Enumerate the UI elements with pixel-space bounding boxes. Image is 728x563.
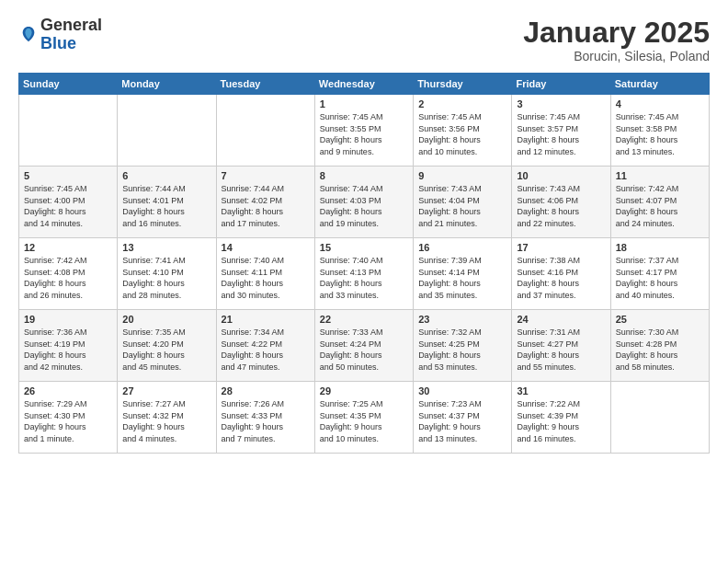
header-monday: Monday xyxy=(118,74,216,95)
day-number: 23 xyxy=(418,314,506,325)
day-number: 15 xyxy=(320,242,408,253)
table-row: 10Sunrise: 7:43 AM Sunset: 4:06 PM Dayli… xyxy=(512,167,610,238)
day-number: 26 xyxy=(24,385,112,396)
day-info: Sunrise: 7:38 AM Sunset: 4:16 PM Dayligh… xyxy=(517,255,605,301)
table-row xyxy=(118,95,216,167)
day-info: Sunrise: 7:39 AM Sunset: 4:14 PM Dayligh… xyxy=(418,255,506,301)
day-info: Sunrise: 7:36 AM Sunset: 4:19 PM Dayligh… xyxy=(24,327,112,373)
calendar-week-row: 1Sunrise: 7:45 AM Sunset: 3:55 PM Daylig… xyxy=(19,95,710,167)
day-info: Sunrise: 7:43 AM Sunset: 4:06 PM Dayligh… xyxy=(517,183,605,229)
logo-blue-text: Blue xyxy=(40,34,76,52)
table-row: 22Sunrise: 7:33 AM Sunset: 4:24 PM Dayli… xyxy=(314,310,413,382)
calendar-week-row: 12Sunrise: 7:42 AM Sunset: 4:08 PM Dayli… xyxy=(19,238,710,310)
day-info: Sunrise: 7:37 AM Sunset: 4:17 PM Dayligh… xyxy=(616,255,704,301)
day-info: Sunrise: 7:44 AM Sunset: 4:02 PM Dayligh… xyxy=(222,183,310,229)
table-row: 23Sunrise: 7:32 AM Sunset: 4:25 PM Dayli… xyxy=(414,310,512,382)
title-block: January 2025 Borucin, Silesia, Poland xyxy=(523,17,710,63)
table-row: 27Sunrise: 7:27 AM Sunset: 4:32 PM Dayli… xyxy=(118,382,216,454)
day-number: 10 xyxy=(517,170,605,181)
logo-general-text: General xyxy=(40,16,102,34)
table-row: 2Sunrise: 7:45 AM Sunset: 3:56 PM Daylig… xyxy=(414,95,512,167)
day-number: 13 xyxy=(122,242,210,253)
day-info: Sunrise: 7:29 AM Sunset: 4:30 PM Dayligh… xyxy=(24,398,112,444)
calendar-title: January 2025 xyxy=(523,17,710,49)
day-info: Sunrise: 7:41 AM Sunset: 4:10 PM Dayligh… xyxy=(122,255,210,301)
table-row: 11Sunrise: 7:42 AM Sunset: 4:07 PM Dayli… xyxy=(610,167,709,238)
calendar-table: Sunday Monday Tuesday Wednesday Thursday… xyxy=(18,73,710,454)
day-info: Sunrise: 7:42 AM Sunset: 4:08 PM Dayligh… xyxy=(24,255,112,301)
table-row: 21Sunrise: 7:34 AM Sunset: 4:22 PM Dayli… xyxy=(216,310,314,382)
header-sunday: Sunday xyxy=(19,74,118,95)
day-number: 17 xyxy=(517,242,605,253)
header-friday: Friday xyxy=(512,74,610,95)
calendar-week-row: 19Sunrise: 7:36 AM Sunset: 4:19 PM Dayli… xyxy=(19,310,710,382)
header: General Blue January 2025 Borucin, Siles… xyxy=(18,17,710,63)
day-info: Sunrise: 7:25 AM Sunset: 4:35 PM Dayligh… xyxy=(320,398,408,444)
table-row: 30Sunrise: 7:23 AM Sunset: 4:37 PM Dayli… xyxy=(414,382,512,454)
table-row xyxy=(216,95,314,167)
day-number: 14 xyxy=(222,242,310,253)
table-row: 31Sunrise: 7:22 AM Sunset: 4:39 PM Dayli… xyxy=(512,382,610,454)
day-info: Sunrise: 7:30 AM Sunset: 4:28 PM Dayligh… xyxy=(616,327,704,373)
day-number: 6 xyxy=(122,170,210,181)
header-thursday: Thursday xyxy=(414,74,512,95)
table-row: 26Sunrise: 7:29 AM Sunset: 4:30 PM Dayli… xyxy=(19,382,118,454)
day-number: 1 xyxy=(320,98,408,109)
day-number: 22 xyxy=(320,314,408,325)
day-info: Sunrise: 7:43 AM Sunset: 4:04 PM Dayligh… xyxy=(418,183,506,229)
day-number: 20 xyxy=(122,314,210,325)
day-info: Sunrise: 7:44 AM Sunset: 4:03 PM Dayligh… xyxy=(320,183,408,229)
day-info: Sunrise: 7:27 AM Sunset: 4:32 PM Dayligh… xyxy=(122,398,210,444)
day-number: 28 xyxy=(222,385,310,396)
day-info: Sunrise: 7:40 AM Sunset: 4:13 PM Dayligh… xyxy=(320,255,408,301)
day-info: Sunrise: 7:45 AM Sunset: 3:56 PM Dayligh… xyxy=(418,111,506,157)
day-info: Sunrise: 7:33 AM Sunset: 4:24 PM Dayligh… xyxy=(320,327,408,373)
table-row: 6Sunrise: 7:44 AM Sunset: 4:01 PM Daylig… xyxy=(118,167,216,238)
table-row: 5Sunrise: 7:45 AM Sunset: 4:00 PM Daylig… xyxy=(19,167,118,238)
table-row: 3Sunrise: 7:45 AM Sunset: 3:57 PM Daylig… xyxy=(512,95,610,167)
day-number: 24 xyxy=(517,314,605,325)
day-info: Sunrise: 7:35 AM Sunset: 4:20 PM Dayligh… xyxy=(122,327,210,373)
calendar-week-row: 26Sunrise: 7:29 AM Sunset: 4:30 PM Dayli… xyxy=(19,382,710,454)
table-row xyxy=(19,95,118,167)
day-number: 30 xyxy=(418,385,506,396)
day-number: 25 xyxy=(616,314,704,325)
day-number: 29 xyxy=(320,385,408,396)
day-info: Sunrise: 7:32 AM Sunset: 4:25 PM Dayligh… xyxy=(418,327,506,373)
day-number: 9 xyxy=(418,170,506,181)
day-number: 12 xyxy=(24,242,112,253)
day-number: 19 xyxy=(24,314,112,325)
day-info: Sunrise: 7:40 AM Sunset: 4:11 PM Dayligh… xyxy=(222,255,310,301)
day-number: 5 xyxy=(24,170,112,181)
table-row: 24Sunrise: 7:31 AM Sunset: 4:27 PM Dayli… xyxy=(512,310,610,382)
header-saturday: Saturday xyxy=(610,74,709,95)
day-info: Sunrise: 7:31 AM Sunset: 4:27 PM Dayligh… xyxy=(517,327,605,373)
day-info: Sunrise: 7:42 AM Sunset: 4:07 PM Dayligh… xyxy=(616,183,704,229)
table-row: 4Sunrise: 7:45 AM Sunset: 3:58 PM Daylig… xyxy=(610,95,709,167)
table-row: 1Sunrise: 7:45 AM Sunset: 3:55 PM Daylig… xyxy=(314,95,413,167)
header-wednesday: Wednesday xyxy=(314,74,413,95)
table-row: 16Sunrise: 7:39 AM Sunset: 4:14 PM Dayli… xyxy=(414,238,512,310)
table-row: 28Sunrise: 7:26 AM Sunset: 4:33 PM Dayli… xyxy=(216,382,314,454)
day-number: 3 xyxy=(517,98,605,109)
table-row: 8Sunrise: 7:44 AM Sunset: 4:03 PM Daylig… xyxy=(314,167,413,238)
day-number: 21 xyxy=(222,314,310,325)
table-row: 17Sunrise: 7:38 AM Sunset: 4:16 PM Dayli… xyxy=(512,238,610,310)
day-info: Sunrise: 7:44 AM Sunset: 4:01 PM Dayligh… xyxy=(122,183,210,229)
weekday-header-row: Sunday Monday Tuesday Wednesday Thursday… xyxy=(19,74,710,95)
header-tuesday: Tuesday xyxy=(216,74,314,95)
table-row: 25Sunrise: 7:30 AM Sunset: 4:28 PM Dayli… xyxy=(610,310,709,382)
day-info: Sunrise: 7:26 AM Sunset: 4:33 PM Dayligh… xyxy=(222,398,310,444)
table-row: 9Sunrise: 7:43 AM Sunset: 4:04 PM Daylig… xyxy=(414,167,512,238)
day-info: Sunrise: 7:23 AM Sunset: 4:37 PM Dayligh… xyxy=(418,398,506,444)
day-number: 16 xyxy=(418,242,506,253)
day-info: Sunrise: 7:45 AM Sunset: 3:57 PM Dayligh… xyxy=(517,111,605,157)
day-number: 27 xyxy=(122,385,210,396)
day-number: 7 xyxy=(222,170,310,181)
day-info: Sunrise: 7:34 AM Sunset: 4:22 PM Dayligh… xyxy=(222,327,310,373)
table-row: 29Sunrise: 7:25 AM Sunset: 4:35 PM Dayli… xyxy=(314,382,413,454)
table-row: 19Sunrise: 7:36 AM Sunset: 4:19 PM Dayli… xyxy=(19,310,118,382)
day-number: 2 xyxy=(418,98,506,109)
day-info: Sunrise: 7:45 AM Sunset: 3:58 PM Dayligh… xyxy=(616,111,704,157)
day-number: 8 xyxy=(320,170,408,181)
